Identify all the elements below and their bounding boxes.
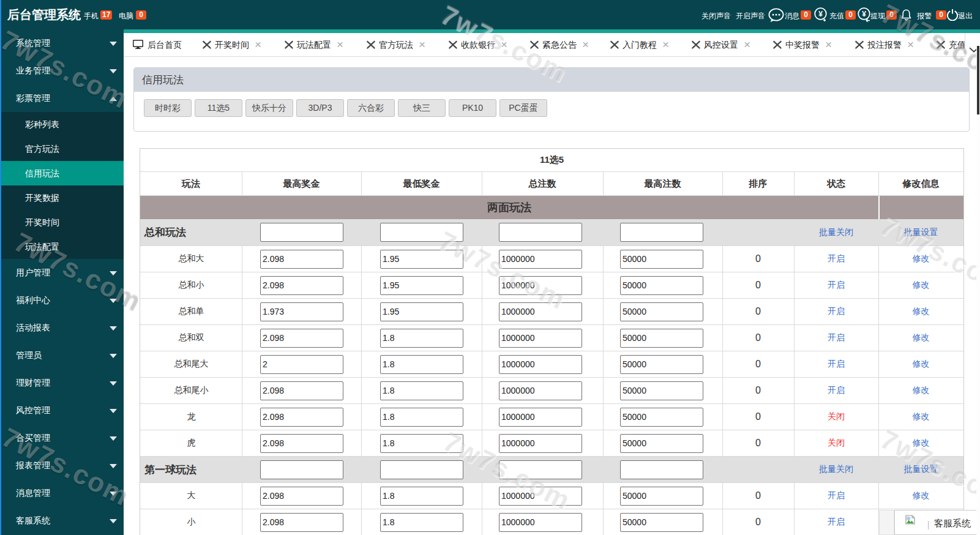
svg-text:¥: ¥: [862, 10, 866, 18]
svg-text:¥: ¥: [818, 10, 823, 18]
